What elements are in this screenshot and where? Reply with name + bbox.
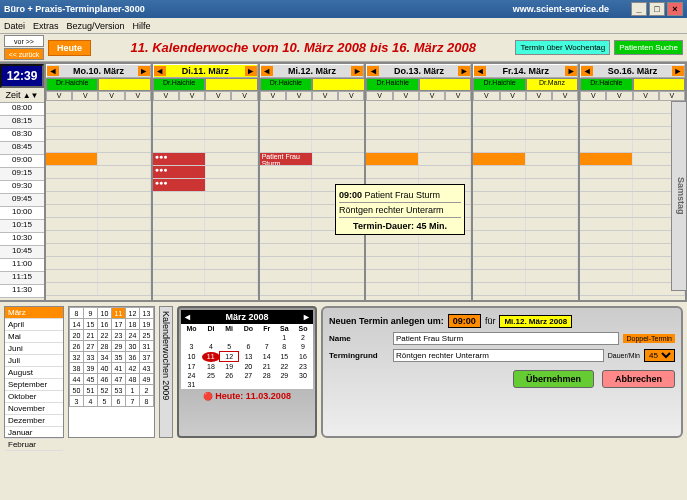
- cal-prev-icon[interactable]: ◄: [183, 312, 192, 322]
- slot[interactable]: [580, 101, 685, 114]
- slot[interactable]: [260, 270, 365, 283]
- menu-hilfe[interactable]: Hilfe: [133, 21, 151, 31]
- cal-today[interactable]: 🔴 Heute: 11.03.2008: [181, 389, 313, 403]
- menu-extras[interactable]: Extras: [33, 21, 59, 31]
- samstag-column[interactable]: Samstag: [671, 101, 687, 291]
- slot[interactable]: [366, 283, 471, 296]
- slot[interactable]: [153, 283, 258, 296]
- abbrechen-button[interactable]: Abbrechen: [602, 370, 675, 388]
- month-item[interactable]: Juni: [5, 343, 63, 355]
- uebernehmen-button[interactable]: Übernehmen: [513, 370, 594, 388]
- slot[interactable]: [473, 244, 578, 257]
- slot[interactable]: [366, 166, 471, 179]
- slot[interactable]: [580, 140, 685, 153]
- slot[interactable]: [366, 257, 471, 270]
- slot[interactable]: [46, 114, 151, 127]
- slot[interactable]: Patient Frau Sturm: [260, 153, 365, 166]
- slot[interactable]: [366, 270, 471, 283]
- month-item[interactable]: Juli: [5, 355, 63, 367]
- slot[interactable]: [46, 153, 151, 166]
- slot[interactable]: [46, 101, 151, 114]
- slot[interactable]: [580, 270, 685, 283]
- form-time[interactable]: 09:00: [448, 314, 481, 328]
- day-next-icon[interactable]: ►: [672, 66, 684, 76]
- slot[interactable]: [580, 192, 685, 205]
- heute-button[interactable]: Heute: [48, 40, 91, 56]
- staff-cell[interactable]: Dr.Haichle: [46, 78, 98, 91]
- staff-cell[interactable]: Dr.Manz: [526, 78, 578, 91]
- slot[interactable]: [366, 101, 471, 114]
- slot[interactable]: [580, 218, 685, 231]
- staff-cell[interactable]: [419, 78, 471, 91]
- day-header[interactable]: ◄So.16. März►: [580, 64, 685, 78]
- month-item[interactable]: Oktober: [5, 391, 63, 403]
- vor-button[interactable]: vor >>: [4, 35, 44, 47]
- menu-bezug[interactable]: Bezug/Version: [67, 21, 125, 31]
- month-list[interactable]: MärzAprilMaiJuniJuliAugustSeptemberOktob…: [4, 306, 64, 438]
- slot[interactable]: [260, 140, 365, 153]
- staff-cell[interactable]: Dr.Haichle: [473, 78, 525, 91]
- slot[interactable]: [260, 283, 365, 296]
- slot[interactable]: [46, 244, 151, 257]
- slot[interactable]: [46, 140, 151, 153]
- day-prev-icon[interactable]: ◄: [474, 66, 486, 76]
- month-item[interactable]: November: [5, 403, 63, 415]
- maximize-button[interactable]: □: [649, 2, 665, 16]
- slot[interactable]: [46, 179, 151, 192]
- slot[interactable]: [580, 205, 685, 218]
- slot[interactable]: [46, 283, 151, 296]
- slot[interactable]: [580, 231, 685, 244]
- slot[interactable]: [580, 114, 685, 127]
- month-item[interactable]: April: [5, 319, 63, 331]
- slot[interactable]: [580, 257, 685, 270]
- staff-cell[interactable]: Dr.Haichle: [153, 78, 205, 91]
- slot[interactable]: [473, 140, 578, 153]
- staff-cell[interactable]: Dr.Haichle: [580, 78, 632, 91]
- slot[interactable]: ●●●: [153, 153, 258, 166]
- slot[interactable]: [46, 166, 151, 179]
- dauer-select[interactable]: 45: [644, 349, 675, 362]
- slot[interactable]: [153, 127, 258, 140]
- staff-cell[interactable]: Dr.Haichle: [260, 78, 312, 91]
- day-prev-icon[interactable]: ◄: [47, 66, 59, 76]
- form-day[interactable]: Mi.12. März 2008: [499, 315, 572, 328]
- slot[interactable]: [260, 166, 365, 179]
- minimize-button[interactable]: _: [631, 2, 647, 16]
- termin-wochentag-button[interactable]: Termin über Wochentag: [515, 40, 610, 55]
- slot[interactable]: [260, 101, 365, 114]
- slot[interactable]: [46, 257, 151, 270]
- slot[interactable]: [153, 231, 258, 244]
- slot[interactable]: [473, 192, 578, 205]
- slot[interactable]: [473, 101, 578, 114]
- day-next-icon[interactable]: ►: [245, 66, 257, 76]
- slot[interactable]: [153, 140, 258, 153]
- slot[interactable]: [153, 270, 258, 283]
- slot[interactable]: [46, 231, 151, 244]
- slot[interactable]: [46, 192, 151, 205]
- slot[interactable]: [580, 283, 685, 296]
- slot[interactable]: [260, 127, 365, 140]
- slot[interactable]: [46, 218, 151, 231]
- slot[interactable]: [153, 205, 258, 218]
- cal-next-icon[interactable]: ►: [302, 312, 311, 322]
- slot[interactable]: [473, 231, 578, 244]
- patienten-suche-button[interactable]: Patienten Suche: [614, 40, 683, 55]
- day-next-icon[interactable]: ►: [351, 66, 363, 76]
- slot[interactable]: ●●●: [153, 179, 258, 192]
- slot[interactable]: [153, 218, 258, 231]
- slot[interactable]: [473, 127, 578, 140]
- day-prev-icon[interactable]: ◄: [154, 66, 166, 76]
- staff-cell[interactable]: [98, 78, 150, 91]
- slot[interactable]: [473, 218, 578, 231]
- slot[interactable]: [46, 127, 151, 140]
- day-header[interactable]: ◄Mi.12. März►: [260, 64, 365, 78]
- staff-cell[interactable]: [205, 78, 257, 91]
- day-header[interactable]: ◄Fr.14. März►: [473, 64, 578, 78]
- slot[interactable]: [473, 114, 578, 127]
- week-number-table[interactable]: 8910111213141516171819202122232425262728…: [68, 306, 155, 438]
- slot[interactable]: [473, 257, 578, 270]
- slot[interactable]: [153, 257, 258, 270]
- slot[interactable]: [473, 283, 578, 296]
- day-header[interactable]: ◄Mo.10. März►: [46, 64, 151, 78]
- month-item[interactable]: August: [5, 367, 63, 379]
